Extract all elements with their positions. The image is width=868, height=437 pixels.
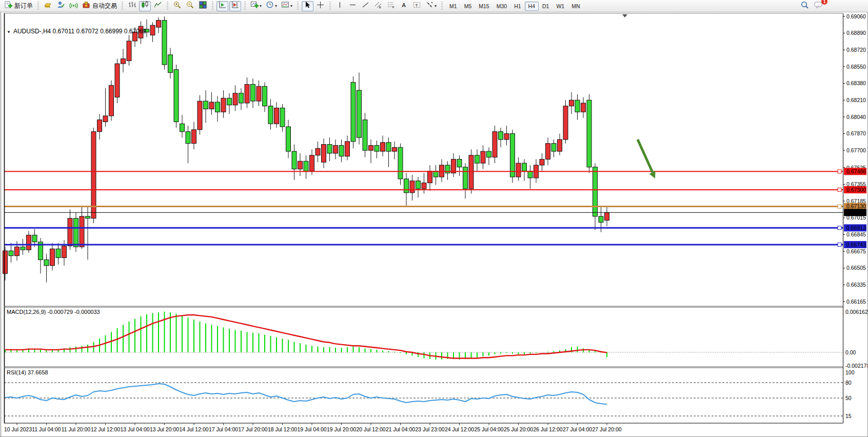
timeframe-M1[interactable]: M1 xyxy=(446,2,461,11)
bid-price-badge-text: 0.67069 xyxy=(846,209,866,215)
candle-up xyxy=(91,132,96,218)
candle-up xyxy=(97,120,102,132)
zoom-out-button[interactable] xyxy=(184,1,196,11)
fibonacci-button[interactable]: F xyxy=(385,1,397,11)
chevron-down-icon: ▼ xyxy=(7,30,11,34)
candle-down xyxy=(292,151,297,169)
candle-up xyxy=(492,132,497,157)
text-icon: A xyxy=(400,1,408,11)
symbol-ohlc-line[interactable]: ▼AUDUSD-,H4 0.67011 0.67072 0.66999 0.67… xyxy=(7,28,146,35)
timeframe-H1[interactable]: H1 xyxy=(510,2,524,11)
candle-up xyxy=(369,146,373,151)
price-axis-label: 0.68040 xyxy=(846,114,866,120)
indicators-button[interactable]: ▾ xyxy=(249,1,263,11)
periods-icon xyxy=(266,1,274,11)
candle-down xyxy=(599,216,603,223)
arrows-button[interactable]: ▾ xyxy=(424,1,438,11)
trendline-button[interactable] xyxy=(360,1,371,11)
cursor-button[interactable] xyxy=(302,1,313,11)
text-label-icon: T xyxy=(412,1,421,11)
zoom-in-button[interactable] xyxy=(171,1,183,11)
line-handle[interactable] xyxy=(838,226,841,230)
time-axis-label: 13 Jul 04:00 xyxy=(120,426,149,432)
candle-down xyxy=(180,124,185,131)
trader-icon xyxy=(56,1,65,11)
line-handle[interactable] xyxy=(838,188,841,191)
signal-button[interactable] xyxy=(68,1,80,11)
cursor-icon xyxy=(303,1,312,11)
candle-down xyxy=(398,147,403,178)
toolbar-separator xyxy=(37,2,39,11)
price-axis-label: 0.68550 xyxy=(846,64,866,70)
candle-down xyxy=(593,167,598,216)
svg-text:A: A xyxy=(402,2,406,8)
vertical-line-button[interactable] xyxy=(334,1,346,11)
candle-up xyxy=(333,146,338,153)
autotrading-button[interactable]: 自动交易 xyxy=(81,1,119,11)
tile-windows-button[interactable] xyxy=(197,1,209,11)
line-chart-button[interactable] xyxy=(152,1,164,11)
candlestick-button[interactable] xyxy=(139,1,151,11)
price-axis-label: 0.67870 xyxy=(846,130,866,136)
timeframe-MN[interactable]: MN xyxy=(568,2,583,11)
crosshair-button[interactable] xyxy=(314,1,326,11)
timeframe-M30[interactable]: M30 xyxy=(493,2,510,11)
horizontal-line-button[interactable] xyxy=(347,1,359,11)
candle-up xyxy=(428,171,432,183)
timeframe-H4[interactable]: H4 xyxy=(525,2,539,11)
chevron-down-icon: ▾ xyxy=(275,4,277,8)
chart-shift-button[interactable] xyxy=(229,1,241,11)
time-axis-label: 20 Jul 12:00 xyxy=(356,426,385,432)
timeframe-M15[interactable]: M15 xyxy=(475,2,492,11)
fibonacci-icon: F xyxy=(387,1,396,11)
time-axis-label: 14 Jul 12:00 xyxy=(179,426,208,432)
candle-up xyxy=(233,93,238,105)
line-handle[interactable] xyxy=(838,243,841,246)
templates-button[interactable]: ▾ xyxy=(280,1,294,11)
toolbar: 新订单 自动交易 xyxy=(0,0,868,12)
chat-button[interactable]: 1 xyxy=(814,1,824,12)
price-level-badge-text: 0.66743 xyxy=(846,242,866,248)
candle-up xyxy=(469,155,474,189)
text-button[interactable]: A xyxy=(398,1,410,11)
new-order-icon xyxy=(4,1,13,11)
candle-down xyxy=(280,108,285,127)
timeframe-D1[interactable]: D1 xyxy=(539,2,553,11)
timeframe-group: M1M5M15M30H1H4D1W1MN xyxy=(446,2,583,11)
toolbar-separator xyxy=(441,2,443,11)
new-order-button[interactable]: 新订单 xyxy=(3,1,34,11)
candle-up xyxy=(410,181,415,193)
candle-down xyxy=(263,86,267,106)
auto-scroll-button[interactable] xyxy=(216,1,228,11)
bar-chart-button[interactable] xyxy=(126,1,138,11)
price-axis-label: 0.66335 xyxy=(846,282,866,288)
autotrading-icon xyxy=(82,1,91,11)
line-handle[interactable] xyxy=(838,170,841,173)
candle-up xyxy=(563,106,568,140)
candle-up xyxy=(27,235,31,250)
trader-button[interactable] xyxy=(55,1,67,11)
candle-up xyxy=(481,151,485,163)
vertical-line-icon xyxy=(336,1,344,11)
periods-button[interactable]: ▾ xyxy=(264,1,279,11)
time-axis-label: 10 Jul 2023 xyxy=(4,426,32,432)
candle-down xyxy=(268,106,273,124)
timeframe-M5[interactable]: M5 xyxy=(461,2,476,11)
candle-up xyxy=(392,147,397,151)
text-label-button[interactable]: T xyxy=(411,1,423,11)
gold-button[interactable] xyxy=(42,1,54,11)
price-axis-label: 0.69060 xyxy=(846,13,866,19)
time-axis-label: 27 Jul 04:00 xyxy=(563,426,592,432)
search-icon[interactable] xyxy=(800,1,810,12)
candle-up xyxy=(540,159,544,165)
channel-button[interactable]: E xyxy=(372,1,384,11)
timeframe-W1[interactable]: W1 xyxy=(553,2,568,11)
candle-down xyxy=(339,146,344,156)
line-handle[interactable] xyxy=(838,205,841,208)
crosshair-icon xyxy=(316,1,325,11)
candle-up xyxy=(345,142,350,156)
price-axis-label: 0.68720 xyxy=(846,47,866,53)
candle-up xyxy=(115,64,120,97)
candle-down xyxy=(374,146,379,152)
candle-down xyxy=(463,167,468,189)
